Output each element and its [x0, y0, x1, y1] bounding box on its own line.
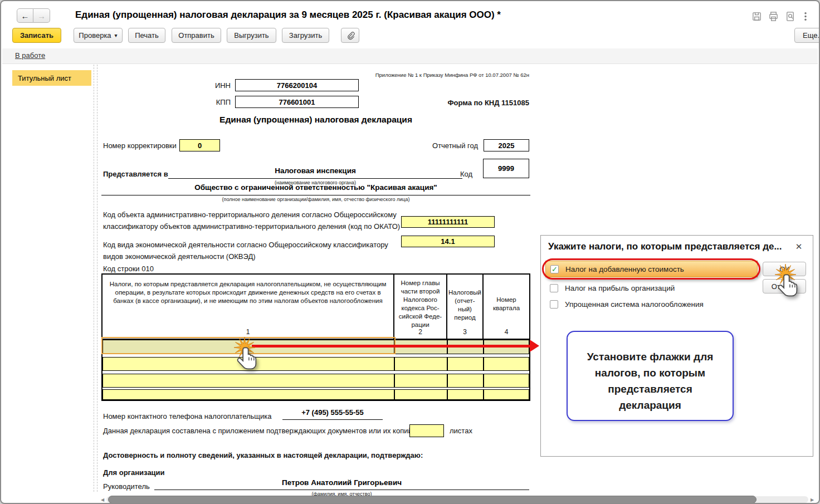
print-icon-button[interactable] [768, 11, 779, 22]
dialog-close-button[interactable]: ✕ [793, 241, 805, 253]
table-cell-period[interactable] [447, 389, 484, 400]
okato-text-line1: Код объекта административно-территориаль… [103, 209, 400, 221]
preview-icon-button[interactable] [784, 11, 795, 22]
annotation-arrow-line [252, 345, 530, 348]
submitted-to-value[interactable]: Налоговая инспекция [168, 167, 462, 179]
table-header-cell-quarter: Номер квартала 4 [484, 275, 529, 339]
annotation-arrow-head [530, 340, 539, 352]
close-icon: ✕ [795, 242, 803, 252]
table-header-taxes-text: Налоги, по которым представляется деклар… [110, 281, 387, 304]
regulation-note: Приложение № 1 к Приказу Минфина РФ от 1… [335, 72, 529, 78]
table-cell-tax-name[interactable] [102, 374, 394, 388]
forward-arrow-icon: → [37, 11, 46, 21]
status-link[interactable]: В работе [15, 51, 45, 60]
table-row-2 [102, 357, 529, 371]
cancel-button[interactable]: Отмена [763, 279, 806, 293]
magnifier-icon [785, 11, 795, 22]
phone-label: Номер контактного телефона налогоплатель… [103, 412, 272, 420]
table-cell-quarter[interactable] [484, 374, 529, 388]
code-field[interactable]: 9999 [483, 159, 529, 178]
callout-line: декларация [568, 397, 733, 413]
table-cell-chapter[interactable] [394, 389, 447, 400]
more-icon-button[interactable] [802, 11, 809, 22]
okato-field[interactable]: 11111111111 [401, 216, 495, 228]
callout-line: налогов, по которым [568, 365, 733, 381]
okved-text: Код вида экономической деятельности согл… [103, 239, 388, 262]
sidebar-tab-title-page[interactable]: Титульный лист [12, 70, 91, 86]
attachments-pages-field[interactable] [409, 424, 444, 437]
table-cell-chapter[interactable] [394, 357, 447, 371]
year-field[interactable]: 2025 [484, 139, 529, 151]
header-line: Номер главы [394, 279, 446, 287]
table-cell-period[interactable] [447, 374, 484, 388]
head-name-value[interactable]: Петров Анатолиий Григорьевич [154, 478, 529, 490]
panel-splitter[interactable] [94, 65, 97, 492]
sidebar-tab-label: Титульный лист [18, 74, 71, 82]
nav-buttons: ← → [17, 8, 50, 23]
check-button[interactable]: Проверка ▾ [74, 28, 123, 43]
inn-label: ИНН [212, 81, 231, 90]
table-cell-tax-name[interactable] [102, 357, 394, 371]
kpp-field[interactable]: 776601001 [235, 96, 359, 108]
table-header-cell-taxes: Налоги, по которым представляется деклар… [102, 275, 394, 339]
dialog-item-1[interactable]: Налог на прибыль организаций [545, 280, 758, 296]
table-cell-chapter[interactable] [394, 374, 447, 388]
inn-field[interactable]: 7766200104 [235, 79, 359, 91]
print-button[interactable]: Печать [128, 28, 165, 43]
column-number-3: 3 [447, 328, 482, 336]
save-button[interactable]: Записать [12, 28, 61, 43]
callout-line: Установите флажки для [568, 349, 733, 365]
taxes-table: Налоги, по которым представляется деклар… [101, 273, 530, 401]
dialog-checkbox-0[interactable]: ✓ [550, 265, 559, 273]
okved-field[interactable]: 14.1 [401, 236, 495, 247]
scroll-right-icon[interactable]: ▶ [809, 496, 816, 503]
header-line: Номер [484, 296, 529, 304]
knd-label: Форма по КНД 1151085 [391, 99, 529, 107]
table-cell-period[interactable] [447, 357, 484, 371]
dialog-item-2[interactable]: Упрощенная система налогообложения [545, 296, 758, 312]
chevron-down-icon: ▾ [115, 32, 118, 38]
scroll-left-icon[interactable]: ◀ [99, 496, 106, 503]
dialog-checkbox-1[interactable] [550, 284, 558, 292]
export-button[interactable]: Выгрузить [227, 28, 276, 43]
callout-line: представляется [568, 381, 733, 397]
callout-note: Установите флажки для налогов, по которы… [567, 331, 734, 421]
confirm-text: Достоверность и полноту сведений, указан… [103, 451, 423, 459]
correction-label: Номер корректировки [103, 141, 177, 150]
attach-button[interactable] [341, 28, 359, 43]
ok-button[interactable]: ОК [763, 262, 806, 276]
forward-button[interactable]: → [33, 8, 50, 23]
scroll-thumb[interactable] [108, 496, 756, 503]
correction-field[interactable]: 0 [179, 139, 220, 151]
okved-text-line1: Код вида экономической деятельности согл… [103, 239, 388, 251]
table-cell-quarter[interactable] [484, 389, 529, 400]
kebab-icon [804, 11, 807, 22]
header-line: (отчет- [447, 297, 482, 305]
column-number-4: 4 [484, 328, 529, 336]
dialog-item-0[interactable]: ✓ Налог на добавленную стоимость [545, 261, 758, 277]
dialog-checkbox-2[interactable] [550, 300, 558, 309]
header-line: квартала [484, 304, 529, 312]
column-number-1: 1 [102, 328, 393, 336]
dialog-item-label: Налог на добавленную стоимость [565, 265, 684, 273]
floppy-icon [751, 11, 762, 22]
header-line: кодекса Рос- [394, 304, 446, 312]
table-row-3 [102, 374, 529, 388]
h-scrollbar[interactable]: ◀ ▶ [99, 496, 816, 503]
tax-select-dialog: Укажите налоги, по которым представляетс… [540, 235, 813, 457]
okato-text: Код объекта административно-территориаль… [103, 209, 400, 232]
printer-icon [768, 11, 779, 22]
import-button[interactable]: Загрузить [282, 28, 329, 43]
send-button[interactable]: Отправить [172, 28, 221, 43]
save-icon-button[interactable] [751, 11, 762, 22]
table-cell-tax-name[interactable] [102, 389, 394, 400]
check-button-label: Проверка [79, 31, 111, 40]
head-label: Руководитель [103, 482, 150, 491]
more-button[interactable]: Еще... [794, 28, 820, 43]
back-button[interactable]: ← [17, 8, 33, 23]
phone-value[interactable]: +7 (495) 555-55-55 [282, 408, 383, 420]
header-line: сийской Феде- [394, 312, 446, 321]
status-bar: В работе [2, 48, 818, 64]
dialog-title: Укажите налоги, по которым представляетс… [548, 241, 789, 252]
table-cell-quarter[interactable] [484, 357, 529, 371]
